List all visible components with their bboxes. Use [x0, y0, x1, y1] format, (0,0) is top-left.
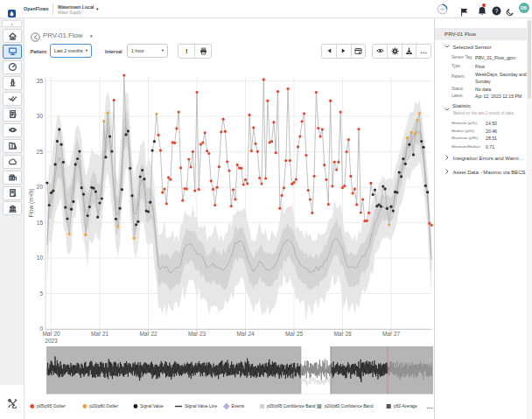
svg-text:…: … [426, 402, 433, 410]
svg-text:30: 30 [37, 113, 44, 119]
svg-text:p20/p80 Confidence Band: p20/p80 Confidence Band [325, 404, 374, 409]
svg-text:5: 5 [39, 290, 43, 297]
svg-text:p50 Average: p50 Average [394, 404, 417, 409]
svg-text:Mar 26: Mar 26 [333, 331, 352, 337]
svg-text:20: 20 [37, 184, 44, 190]
svg-text:35: 35 [37, 78, 44, 84]
svg-text:62: 62 [440, 7, 444, 11]
svg-text:Events: Events [232, 404, 245, 409]
svg-text:Mar 23: Mar 23 [188, 331, 206, 337]
svg-text:p20/p80 Outlier: p20/p80 Outlier [89, 404, 118, 409]
svg-text:p05/p95 Confidence Band: p05/p95 Confidence Band [267, 404, 316, 409]
svg-text:25: 25 [37, 149, 44, 155]
svg-text:?: ? [495, 8, 499, 14]
svg-text:Mar 27: Mar 27 [382, 331, 401, 337]
svg-text:Mar 25: Mar 25 [285, 331, 304, 337]
svg-text:p05/p95 Outlier: p05/p95 Outlier [37, 404, 66, 409]
svg-text:10: 10 [37, 255, 44, 261]
svg-text:Mar 24: Mar 24 [236, 331, 255, 337]
svg-text:Mar 22: Mar 22 [139, 331, 158, 337]
svg-text:Signal Value: Signal Value [140, 404, 164, 409]
svg-text:15: 15 [37, 220, 44, 226]
svg-text:Mar 20: Mar 20 [42, 331, 60, 337]
svg-text:2023: 2023 [45, 338, 58, 344]
svg-text:Signal Value Line: Signal Value Line [185, 404, 217, 409]
svg-text:Mar 21: Mar 21 [91, 331, 109, 337]
svg-text:Flow (m³/h): Flow (m³/h) [28, 189, 35, 218]
